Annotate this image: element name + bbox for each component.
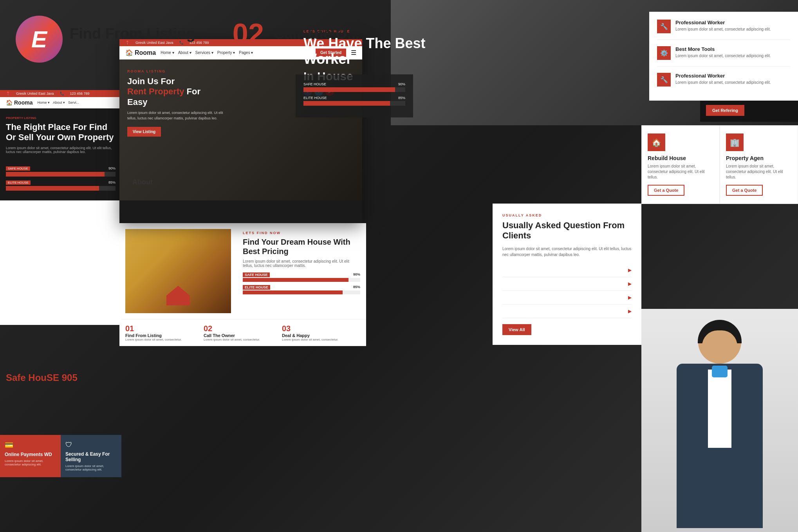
view-listing-btn[interactable]: View Listing bbox=[127, 127, 161, 137]
dream-elite-track bbox=[243, 290, 360, 294]
rebuild-house-icon: 🏠 bbox=[648, 133, 665, 151]
dream-safe-fill bbox=[243, 278, 348, 282]
property-agen-desc: Lorem ipsum dolor sit amet, consectetur … bbox=[726, 164, 792, 180]
right-progress-section: SAFE HOUSE 90% ELITE HOUSE 85% bbox=[296, 74, 413, 117]
right-features-panel: 🔧 Professional Worker Lorem ipsum dolor … bbox=[649, 12, 798, 101]
left-top-bar: 📍 Gresik United East Java 📞 123 456 789 bbox=[0, 90, 121, 97]
left-hero: PROPERTY LISTING The Right Place For Fin… bbox=[0, 108, 121, 166]
left-phone-icon: 📞 bbox=[60, 92, 64, 96]
right-elite-label: ELITE HOUSE bbox=[303, 96, 327, 100]
main-logo: 🏠 Rooma bbox=[125, 49, 156, 56]
hero-description: Lorem ipsum dolor sit amet, consectetur … bbox=[127, 110, 229, 121]
right-safe-pct: 90% bbox=[398, 82, 405, 86]
dream-house-section: LETS FIND NOW Find Your Dream House With… bbox=[119, 223, 366, 346]
left-nav-about[interactable]: About ▾ bbox=[53, 101, 65, 105]
faq-title: Usually Asked Question From Clients bbox=[502, 220, 632, 241]
nav-about[interactable]: About ▾ bbox=[178, 50, 191, 55]
right-elite-pct: 85% bbox=[398, 96, 405, 100]
rebuild-quote-btn[interactable]: Get a Quote bbox=[648, 185, 684, 196]
feature-title-2: Best More Tools bbox=[675, 46, 771, 52]
step-3-desc: Lorem ipsum dolor sit amet, consectetur. bbox=[282, 338, 360, 341]
dream-text-area: LETS FIND NOW Find Your Dream House With… bbox=[237, 223, 366, 319]
property-agen-title: Property Agen bbox=[726, 155, 792, 161]
left-location-text: Gresik United East Java bbox=[16, 92, 54, 96]
feature-title-3: Professional Worker bbox=[675, 73, 771, 79]
person-container bbox=[641, 309, 798, 532]
dream-elite-fill bbox=[243, 290, 343, 294]
faq-section: USUALLY ASKED Usually Asked Question Fro… bbox=[493, 204, 641, 345]
house-shape bbox=[166, 286, 190, 305]
secured-desc: Lorem ipsum dolor sit amet, consectetur … bbox=[65, 464, 117, 471]
feature-title-1: Professional Worker bbox=[675, 20, 771, 25]
online-payments-card: 💳 Online Payments WD Lorem ipsum dolor s… bbox=[0, 435, 61, 477]
lets-find-label: LETS FIND NOW bbox=[243, 231, 360, 235]
left-nav-links: Home ▾ About ▾ Servi... bbox=[37, 101, 79, 105]
find-listing-heading: Find From Listing bbox=[70, 25, 195, 42]
main-hero-content: ROOMA LISTING Join Us For Rent Property … bbox=[127, 69, 229, 137]
property-agen-card: 🏢 Property Agen Lorem ipsum dolor sit am… bbox=[720, 125, 798, 204]
feature-text-3: Professional Worker Lorem ipsum dolor si… bbox=[675, 73, 771, 87]
faq-item-3[interactable]: ▶ bbox=[502, 291, 632, 305]
faq-arrow-1: ▶ bbox=[628, 267, 632, 273]
call-owner-heading: Call The O... bbox=[274, 25, 360, 42]
left-hero-desc: Lorem ipsum dolor sit amet, consectetur … bbox=[6, 146, 116, 154]
dream-elite-pct: 85% bbox=[353, 285, 360, 290]
main-brand: Rooma bbox=[135, 49, 156, 56]
rooma-listing-label: ROOMA LISTING bbox=[127, 69, 229, 73]
payments-icon: 💳 bbox=[5, 441, 56, 449]
hero-title-part1: Join Us For bbox=[127, 76, 175, 86]
feature-desc-2: Lorem ipsum dolor sit amet, consectetur … bbox=[675, 53, 771, 59]
step-1-desc: Lorem ipsum dolor sit amet, consectetur. bbox=[125, 338, 204, 341]
dream-desc: Lorem ipsum dolor sit amet, consectetur … bbox=[243, 259, 360, 268]
elite-house-progress: ELITE HOUSE 85% bbox=[6, 180, 116, 191]
steps-row: 01 Find From Listing Lorem ipsum dolor s… bbox=[119, 319, 366, 346]
step-02-number: 02 bbox=[233, 18, 264, 50]
dream-content: LETS FIND NOW Find Your Dream House With… bbox=[119, 223, 366, 319]
secured-selling-card: 🛡 Secured & Easy For Selling Lorem ipsum… bbox=[61, 435, 121, 477]
left-logo: 🏠 Rooma bbox=[6, 99, 32, 106]
elementor-letter: E bbox=[31, 26, 47, 53]
nav-services[interactable]: Services ▾ bbox=[195, 50, 213, 55]
person-face bbox=[702, 330, 737, 360]
elite-house-fill bbox=[6, 186, 99, 191]
view-all-btn[interactable]: View All bbox=[502, 324, 531, 335]
dream-title: Find Your Dream House With Best Pricing bbox=[243, 237, 360, 256]
get-refering-btn[interactable]: Get Refering bbox=[706, 105, 744, 116]
wrench-icon-1: 🔧 bbox=[657, 20, 671, 33]
right-elite-fill bbox=[303, 101, 390, 106]
step-1-num: 01 bbox=[125, 324, 204, 333]
right-safe-fill bbox=[303, 87, 395, 92]
left-phone-text: 123 456 789 bbox=[70, 92, 90, 96]
left-progress-section: SAFE HOUSE 90% ELITE HOUSE 85% bbox=[0, 166, 121, 200]
left-location-icon: 📍 bbox=[6, 92, 10, 96]
safe-house-fill bbox=[6, 172, 105, 177]
elite-house-pct: 85% bbox=[108, 180, 116, 185]
left-nav-serv[interactable]: Servi... bbox=[68, 101, 79, 105]
left-nav-home[interactable]: Home ▾ bbox=[37, 101, 50, 105]
agen-quote-btn[interactable]: Get a Quote bbox=[726, 185, 763, 196]
property-agen-icon: 🏢 bbox=[726, 133, 744, 151]
faq-item-2[interactable]: ▶ bbox=[502, 277, 632, 291]
hero-title-highlight: Rent Property bbox=[127, 87, 184, 96]
step-2: 02 Call The Owner Lorem ipsum dolor sit … bbox=[204, 324, 282, 341]
step-2-desc: Lorem ipsum dolor sit amet, consectetur. bbox=[204, 338, 282, 341]
faq-item-4[interactable]: ▶ bbox=[502, 305, 632, 318]
step-1-title: Find From Listing bbox=[125, 333, 204, 338]
left-property-label: PROPERTY LISTING bbox=[6, 116, 116, 120]
left-main-nav: 🏠 Rooma Home ▾ About ▾ Servi... bbox=[0, 97, 121, 108]
wrench-icon-2: 🔧 bbox=[657, 73, 671, 87]
nav-pages[interactable]: Pages ▾ bbox=[239, 50, 253, 55]
person-shirt bbox=[708, 370, 731, 448]
nav-property[interactable]: Property ▾ bbox=[217, 50, 235, 55]
step-3-title: Deal & Happy bbox=[282, 333, 360, 338]
main-nav-links: Home ▾ About ▾ Services ▾ Property ▾ Pag… bbox=[161, 50, 253, 55]
rebuild-house-desc: Lorem ipsum dolor sit amet, consectetur … bbox=[648, 164, 713, 180]
faq-item-1[interactable]: ▶ bbox=[502, 263, 632, 277]
step-2-title: Call The Owner bbox=[204, 333, 282, 338]
service-cards: 🏠 Rebuild House Lorem ipsum dolor sit am… bbox=[641, 125, 798, 204]
nav-home[interactable]: Home ▾ bbox=[161, 50, 174, 55]
about-link[interactable]: About bbox=[132, 178, 153, 186]
person-collar bbox=[712, 366, 728, 377]
left-site-mockup: 📍 Gresik United East Java 📞 123 456 789 … bbox=[0, 90, 121, 325]
faq-arrow-4: ▶ bbox=[628, 308, 632, 314]
